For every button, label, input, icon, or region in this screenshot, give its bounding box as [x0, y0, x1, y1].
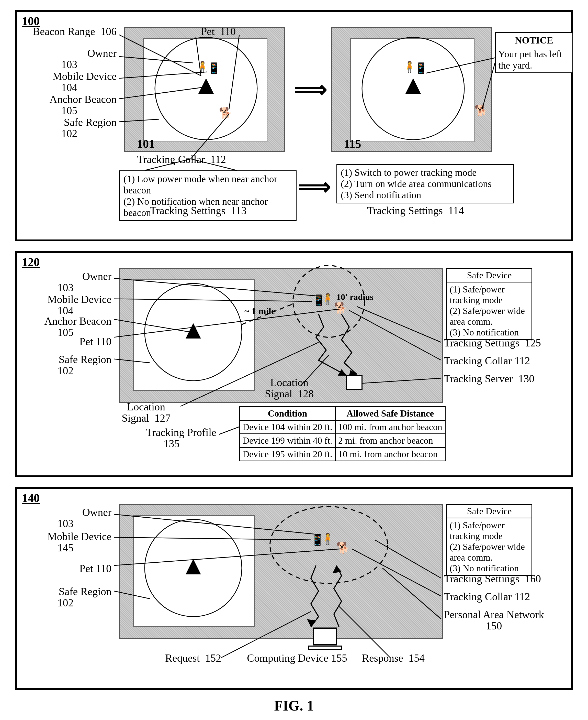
- table-cell: Device 195 within 20 ft.: [240, 447, 335, 461]
- list-item: (2) Turn on wide area communications: [341, 178, 509, 189]
- label-1mile: ~ 1 mile: [245, 306, 275, 316]
- label-owner: Owner103: [19, 506, 111, 529]
- svg-line-22: [114, 299, 312, 301]
- svg-line-24: [114, 309, 339, 337]
- label-pet: Pet 110: [19, 563, 111, 574]
- svg-point-34: [270, 506, 387, 583]
- svg-rect-19: [346, 376, 362, 390]
- svg-marker-36: [333, 565, 341, 573]
- tracking-settings-114-box: (1) Switch to power tracking mode (2) Tu…: [336, 164, 514, 203]
- label-computing-device: Computing Device 155: [247, 653, 347, 664]
- th-distance: Allowed Safe Distance: [335, 407, 445, 420]
- label-10ft: 10' radius: [336, 293, 374, 302]
- svg-line-4: [119, 57, 193, 63]
- label-settings-160: Tracking Settings 160: [444, 573, 541, 584]
- svg-rect-38: [308, 646, 341, 649]
- label-owner: Owner103: [22, 47, 117, 70]
- svg-line-31: [219, 427, 239, 435]
- label-profile: Tracking Profile135: [127, 427, 216, 449]
- table-cell: Device 199 within 40 ft.: [240, 434, 335, 447]
- svg-marker-17: [338, 369, 346, 376]
- list-item: (1) Safe/power tracking mode: [450, 284, 529, 305]
- svg-line-21: [114, 278, 321, 296]
- list-item: (3) No notification: [450, 563, 529, 574]
- svg-line-23: [114, 319, 191, 332]
- svg-line-45: [382, 568, 441, 619]
- label-server-130: Tracking Server 130: [444, 373, 534, 384]
- label-collar-140: Tracking Collar 112: [444, 591, 530, 602]
- dog-icon: 🐕: [334, 302, 348, 315]
- label-mobile: Mobile Device145: [19, 531, 111, 554]
- table-cell: 2 mi. from anchor beacon: [335, 434, 445, 447]
- label-anchor: Anchor Beacon105: [19, 316, 111, 338]
- svg-rect-37: [313, 628, 336, 645]
- svg-line-46: [222, 612, 311, 658]
- th-condition: Condition: [240, 407, 335, 420]
- svg-line-41: [114, 549, 341, 565]
- notice-box: NOTICE Your pet has left the yard.: [495, 32, 573, 73]
- list-item: (2) Safe/power wide area comm.: [450, 305, 529, 327]
- label-mobile: Mobile Device104: [19, 294, 111, 316]
- table-cell: Device 104 within 20 ft.: [240, 420, 335, 434]
- list-item: (1) Safe/power tracking mode: [450, 520, 529, 541]
- svg-line-44: [352, 549, 441, 596]
- label-settings-113: Tracking Settings 113: [150, 205, 247, 216]
- svg-line-25: [114, 359, 150, 363]
- label-mobile: Mobile Device104: [22, 71, 117, 93]
- svg-marker-35: [307, 619, 316, 627]
- svg-marker-15: [186, 323, 201, 339]
- label-anchor: Anchor Beacon105: [22, 94, 117, 116]
- label-pan: Personal Area Network150: [444, 609, 544, 632]
- svg-line-28: [362, 378, 441, 383]
- scene-tag-115: 115: [344, 137, 361, 151]
- tracking-profile-table: ConditionAllowed Safe Distance Device 10…: [239, 406, 446, 461]
- panel-140: 140 🧍 📱 🐕 Owner103 Mobile Device145 Pet …: [15, 487, 573, 690]
- arrow-implies-scenes: ⟹: [294, 76, 327, 103]
- safe-device-box-120: Safe Device (1) Safe/power tracking mode…: [446, 268, 532, 340]
- arrow-implies-settings: ⟹: [298, 173, 331, 200]
- svg-line-42: [114, 591, 150, 599]
- label-pet: Pet 110: [201, 26, 236, 37]
- notice-title: NOTICE: [498, 35, 570, 47]
- svg-line-39: [114, 514, 321, 535]
- label-settings-125: Tracking Settings 125: [444, 337, 541, 348]
- svg-line-27: [349, 311, 441, 360]
- svg-marker-1: [198, 78, 214, 94]
- notice-body: Your pet has left the yard.: [498, 47, 570, 71]
- scene-tag-101: 101: [137, 137, 155, 151]
- dog-icon: 🐕: [336, 541, 350, 554]
- label-safe: Safe Region102: [22, 117, 117, 139]
- label-collar: Tracking Collar 112: [137, 154, 226, 165]
- table-cell: 10 mi. from anchor beacon: [335, 447, 445, 461]
- label-safe: Safe Region102: [19, 354, 111, 376]
- list-item: (3) No notification: [450, 327, 529, 338]
- figure-caption: FIG. 1: [0, 698, 588, 714]
- label-response: Response 154: [362, 653, 425, 664]
- svg-line-5: [119, 72, 207, 78]
- scene-115: [331, 27, 492, 152]
- list-item: (1) Low power mode when near anchor beac…: [124, 173, 292, 196]
- yard-115: [350, 38, 475, 142]
- safe-device-title: Safe Device: [447, 505, 531, 518]
- list-item: (2) Safe/power wide area comm.: [450, 541, 529, 563]
- panel-100: 100 🧍 📱 🐕 101 ⟹ 🧍 📱 🐕 115 NOTICE Your pe…: [15, 10, 573, 241]
- phone-icon: 📱: [207, 62, 221, 75]
- phone-icon: 📱: [311, 534, 324, 546]
- label-owner: Owner103: [19, 271, 111, 293]
- svg-line-7: [119, 119, 159, 122]
- safe-device-box-140: Safe Device (1) Safe/power tracking mode…: [446, 504, 532, 576]
- label-loc128: LocationSignal 128: [265, 377, 314, 399]
- svg-line-47: [339, 606, 390, 658]
- label-loc127: LocationSignal 127: [122, 401, 170, 424]
- svg-line-40: [114, 537, 311, 540]
- svg-line-2: [119, 35, 201, 76]
- label-settings-114: Tracking Settings 114: [367, 205, 464, 216]
- svg-line-43: [375, 540, 441, 578]
- label-request: Request 152: [165, 653, 221, 664]
- list-item: (1) Switch to power tracking mode: [341, 167, 509, 178]
- panel-120: 120 🧍 📱 🐕 ~ 1 mile 10' radius Owner103 M…: [15, 251, 573, 477]
- label-safe: Safe Region102: [19, 586, 111, 608]
- table-cell: 100 mi. from anchor beacon: [335, 420, 445, 434]
- label-collar-120: Tracking Collar 112: [444, 355, 530, 366]
- svg-line-6: [119, 87, 204, 99]
